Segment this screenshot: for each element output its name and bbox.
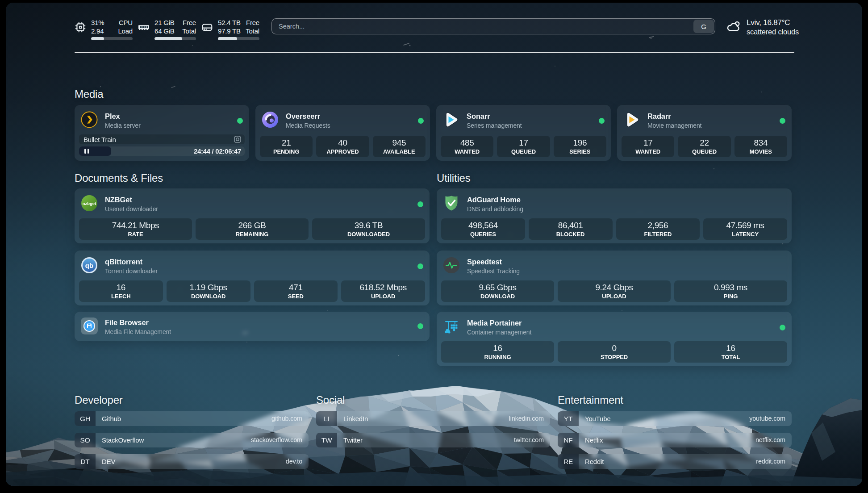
bookmark-url: stackoverflow.com	[251, 433, 302, 447]
stat-box: 17 QUEUED	[497, 136, 550, 157]
stat-box: 485 WANTED	[441, 136, 493, 157]
service-card-qbittorrent[interactable]: qb qBittorrent Torrent downloader 16	[75, 251, 430, 305]
service-card-overseerr[interactable]: Overseerr Media Requests 21 PENDING 40 A…	[255, 105, 430, 161]
stat-box: 47.569 ms LATENCY	[703, 218, 787, 240]
bookmark-youtube[interactable]: YT YouTube youtube.com	[558, 411, 792, 426]
adguard-icon	[443, 195, 460, 212]
stat-label: DOWNLOADED	[312, 230, 425, 238]
service-title: Overseerr	[286, 112, 330, 121]
stat-label: QUEUED	[678, 148, 730, 156]
disk-progress-fill	[218, 37, 237, 40]
service-card-filebrowser[interactable]: File Browser Media File Management	[75, 312, 430, 341]
stat-value: 86,401	[529, 221, 613, 230]
cloud-icon	[726, 20, 741, 33]
disk-total-label: Total	[246, 27, 259, 35]
stat-label: STOPPED	[558, 353, 671, 361]
stat-box: 16 TOTAL	[674, 341, 787, 363]
bookmark-name: Github	[102, 411, 271, 426]
memory-icon	[138, 21, 150, 33]
memory-free-value: 21 GiB	[154, 18, 175, 27]
stat-label: TOTAL	[674, 353, 787, 361]
stat-value: 0	[558, 343, 671, 353]
bookmark-stackoverflow[interactable]: SO StackOverflow stackoverflow.com	[75, 433, 309, 447]
bookmark-abbr: NF	[558, 433, 579, 447]
stat-box: 16 LEECH	[79, 280, 163, 302]
section-documents: Documents & Files	[75, 172, 430, 341]
stat-label: RATE	[79, 230, 192, 238]
service-card-portainer[interactable]: Media Portainer Container management 16 …	[437, 312, 792, 366]
search-provider-button[interactable]: G	[693, 20, 714, 33]
stat-box: 1.19 Gbps DOWNLOAD	[167, 280, 250, 302]
bookmark-group-title: Entertainment	[558, 394, 792, 406]
stat-box: 21 PENDING	[260, 136, 313, 157]
qbittorrent-icon: qb	[81, 257, 98, 274]
resource-widget-disk: 52.4 TB Free 97.9 TB Total	[201, 18, 259, 40]
stat-value: 17	[622, 138, 674, 148]
pause-icon[interactable]	[84, 149, 89, 154]
bookmark-abbr: LI	[316, 411, 337, 426]
status-dot	[780, 325, 785, 330]
service-card-nzbget[interactable]: nzbget NZBGet Usenet downloader 744.21 M…	[75, 188, 430, 243]
memory-progress-track	[154, 37, 196, 40]
section-title-documents: Documents & Files	[75, 172, 430, 184]
disk-free-label: Free	[246, 18, 259, 27]
service-subtitle: Media Requests	[286, 121, 330, 130]
stat-label: SERIES	[554, 148, 606, 156]
stat-value: 22	[678, 138, 730, 148]
resource-widget-cpu: 31% CPU 2.94 Load	[75, 18, 133, 40]
cpu-load-value: 2.94	[91, 27, 104, 35]
bookmark-url: linkedin.com	[509, 411, 544, 426]
weather-widget[interactable]: Lviv, 16.87°C scattered clouds	[726, 18, 799, 36]
bookmark-dev[interactable]: DT DEV dev.to	[75, 454, 309, 469]
stat-label: AVAILABLE	[373, 148, 426, 156]
stat-value: 2,956	[616, 221, 700, 230]
cpu-icon	[75, 21, 86, 33]
plex-now-playing-row: Bullet Train	[79, 134, 245, 144]
cpu-usage-value: 31%	[91, 18, 104, 27]
stat-box: 22 QUEUED	[678, 136, 730, 157]
stat-value: 9.24 Gbps	[558, 283, 671, 292]
service-card-radarr[interactable]: Radarr Movie management 17 WANTED 22 QUE…	[617, 105, 792, 161]
bookmark-group-social: Social LI LinkedIn linkedin.com TW Twitt…	[316, 394, 550, 476]
stat-value: 40	[316, 138, 369, 148]
service-card-adguard[interactable]: AdGuard Home DNS and adblocking 498,564 …	[437, 188, 792, 243]
stat-box: 266 GB REMAINING	[196, 218, 309, 240]
stat-value: 196	[554, 138, 606, 148]
stat-value: 834	[734, 138, 787, 148]
stat-box: 9.65 Gbps DOWNLOAD	[441, 280, 554, 302]
bookmark-reddit[interactable]: RE Reddit reddit.com	[558, 454, 792, 469]
bookmark-group-title: Social	[316, 394, 550, 406]
stat-box: 2,956 FILTERED	[616, 218, 700, 240]
stat-value: 17	[497, 138, 550, 148]
stat-box: 744.21 Mbps RATE	[79, 218, 192, 240]
stat-box: 0 STOPPED	[558, 341, 671, 363]
bookmark-url: youtube.com	[749, 411, 785, 426]
service-card-speedtest[interactable]: Speedtest Speedtest Tracking 9.65 Gbps D…	[437, 251, 792, 305]
disk-free-value: 52.4 TB	[218, 18, 241, 27]
search-input[interactable]	[272, 19, 715, 34]
service-card-sonarr[interactable]: Sonarr Series management 485 WANTED 17 Q…	[436, 105, 611, 161]
status-dot	[418, 118, 424, 124]
bookmark-group-entertainment: Entertainment YT YouTube youtube.com NF …	[558, 394, 792, 476]
bookmark-linkedin[interactable]: LI LinkedIn linkedin.com	[316, 411, 550, 426]
cpu-load-label: Load	[118, 27, 133, 35]
bookmark-github[interactable]: GH Github github.com	[75, 411, 309, 426]
stat-value: 21	[260, 138, 313, 148]
service-subtitle: Movie management	[647, 121, 701, 130]
disk-progress-track	[218, 37, 259, 40]
nzbget-icon: nzbget	[81, 195, 98, 212]
bookmark-twitter[interactable]: TW Twitter twitter.com	[316, 433, 550, 447]
status-dot	[780, 118, 785, 124]
memory-progress-fill	[154, 37, 182, 40]
bookmark-netflix[interactable]: NF Netflix netflix.com	[558, 433, 792, 447]
stat-box: 39.6 TB DOWNLOADED	[312, 218, 425, 240]
bookmark-name: YouTube	[585, 411, 749, 426]
service-subtitle: Media File Management	[105, 328, 171, 336]
service-card-plex[interactable]: Plex Media server Bullet Train	[75, 105, 249, 161]
topbar-divider	[75, 52, 794, 53]
bookmark-name: Netflix	[585, 433, 755, 447]
service-subtitle: Speedtest Tracking	[467, 267, 520, 276]
dashboard-window: 31% CPU 2.94 Load	[6, 3, 862, 486]
bookmark-name: DEV	[102, 454, 286, 469]
resource-widget-memory: 21 GiB Free 64 GiB Total	[138, 18, 196, 40]
